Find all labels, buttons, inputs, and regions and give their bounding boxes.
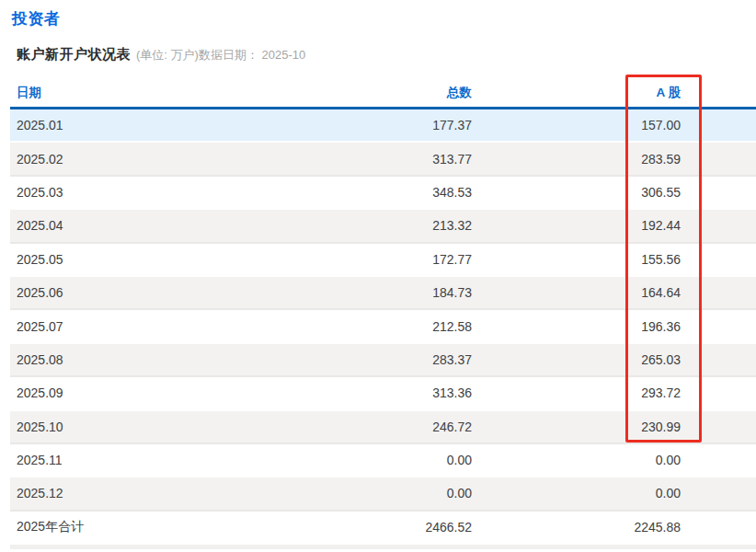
cell-total: 213.32 xyxy=(240,209,472,242)
next-row-strip xyxy=(10,545,756,549)
table-row[interactable]: 2025.09 313.36 293.72 xyxy=(10,376,756,409)
cell-a-share: 265.03 xyxy=(472,343,681,376)
table-row[interactable]: 2025年合计 2466.52 2245.88 xyxy=(10,511,756,544)
column-header-filler xyxy=(681,79,756,109)
cell-a-share: 164.64 xyxy=(472,276,681,309)
column-header-a-share: A 股 xyxy=(472,79,681,109)
cell-filler xyxy=(681,109,756,143)
table-row[interactable]: 2025.08 283.37 265.03 xyxy=(10,343,756,376)
cell-date: 2025.08 xyxy=(10,343,240,376)
cell-filler xyxy=(681,243,756,276)
cell-filler xyxy=(681,142,756,175)
cell-total: 184.73 xyxy=(240,276,472,309)
table-row[interactable]: 2025.06 184.73 164.64 xyxy=(10,276,756,309)
column-header-total: 总数 xyxy=(240,79,472,109)
cell-a-share: 2245.88 xyxy=(472,511,681,544)
cell-filler xyxy=(681,276,756,309)
table-row[interactable]: 2025.12 0.00 0.00 xyxy=(10,477,756,510)
cell-total: 283.37 xyxy=(240,343,472,376)
cell-filler xyxy=(681,511,756,544)
cell-total: 0.00 xyxy=(240,477,472,510)
table-row[interactable]: 2025.05 172.77 155.56 xyxy=(10,243,756,276)
cell-date: 2025.11 xyxy=(10,443,240,477)
table-row[interactable]: 2025.01 177.37 157.00 xyxy=(10,109,756,143)
section-title: 账户新开户状况表 xyxy=(17,46,131,62)
table-row[interactable]: 2025.07 212.58 196.36 xyxy=(10,309,756,342)
table-header-row: 日期 总数 A 股 xyxy=(10,79,756,109)
cell-date: 2025.10 xyxy=(10,410,240,443)
cell-total: 212.58 xyxy=(240,309,472,342)
cell-total: 177.37 xyxy=(240,109,472,143)
cell-total: 172.77 xyxy=(240,243,472,276)
cell-filler xyxy=(681,309,756,342)
section-header: 账户新开户状况表(单位: 万户)数据日期： 2025-10 xyxy=(17,46,305,63)
cell-date: 2025.09 xyxy=(10,376,240,409)
cell-total: 0.00 xyxy=(240,443,472,477)
cell-date: 2025.03 xyxy=(10,176,240,209)
table-row[interactable]: 2025.02 313.77 283.59 xyxy=(10,142,756,175)
cell-a-share: 230.99 xyxy=(472,410,681,443)
cell-a-share: 293.72 xyxy=(472,376,681,409)
cell-a-share: 196.36 xyxy=(472,309,681,342)
cell-a-share: 157.00 xyxy=(472,109,681,143)
cell-total: 246.72 xyxy=(240,410,472,443)
column-header-date: 日期 xyxy=(10,79,240,109)
cell-date: 2025.12 xyxy=(10,477,240,510)
table-row[interactable]: 2025.03 348.53 306.55 xyxy=(10,176,756,209)
cell-total: 313.77 xyxy=(240,142,472,175)
cell-date: 2025.06 xyxy=(10,276,240,309)
cell-total: 313.36 xyxy=(240,376,472,409)
table-row[interactable]: 2025.11 0.00 0.00 xyxy=(10,443,756,477)
cell-date: 2025.01 xyxy=(10,109,240,143)
cell-date: 2025.04 xyxy=(10,209,240,242)
cell-filler xyxy=(681,443,756,477)
cell-date: 2025.02 xyxy=(10,142,240,175)
cell-filler xyxy=(681,410,756,443)
cell-filler xyxy=(681,477,756,510)
page-title: 投资者 xyxy=(12,8,61,29)
cell-filler xyxy=(681,176,756,209)
cell-a-share: 283.59 xyxy=(472,142,681,175)
account-openings-table: 日期 总数 A 股 2025.01 177.37 157.00 2025.02 … xyxy=(10,79,756,545)
cell-a-share: 306.55 xyxy=(472,176,681,209)
cell-date: 2025年合计 xyxy=(10,511,240,544)
cell-filler xyxy=(681,343,756,376)
cell-a-share: 0.00 xyxy=(472,443,681,477)
cell-a-share: 155.56 xyxy=(472,243,681,276)
cell-total: 2466.52 xyxy=(240,511,472,544)
table-body: 2025.01 177.37 157.00 2025.02 313.77 283… xyxy=(10,109,756,545)
table-row[interactable]: 2025.10 246.72 230.99 xyxy=(10,410,756,443)
cell-a-share: 0.00 xyxy=(472,477,681,510)
section-meta: (单位: 万户)数据日期： 2025-10 xyxy=(136,48,305,62)
cell-filler xyxy=(681,209,756,242)
cell-filler xyxy=(681,376,756,409)
cell-total: 348.53 xyxy=(240,176,472,209)
table-row[interactable]: 2025.04 213.32 192.44 xyxy=(10,209,756,242)
cell-a-share: 192.44 xyxy=(472,209,681,242)
cell-date: 2025.07 xyxy=(10,309,240,342)
cell-date: 2025.05 xyxy=(10,243,240,276)
